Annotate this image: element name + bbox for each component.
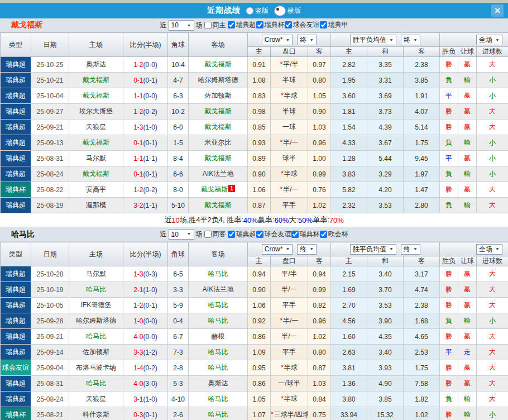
- page-title: 近期战绩: [207, 6, 241, 16]
- league-filter[interactable]: 瑞典杯: [291, 230, 320, 239]
- avg-home-cell: 1.95: [331, 73, 367, 88]
- layout-radio-vertical[interactable]: 竖版: [246, 6, 269, 16]
- goals-cell: 小: [477, 73, 508, 88]
- avg-draw-cell: 3.69: [367, 88, 404, 104]
- date-cell: 25-08-21: [31, 407, 69, 420]
- home-odds-cell: 1.06: [248, 298, 271, 313]
- avg-draw-cell: 3.40: [367, 266, 404, 282]
- corner-cell: 8-4: [168, 151, 189, 166]
- avg-odds-select[interactable]: 胜平负均值▼: [350, 35, 396, 45]
- col-avg-draw: 和: [367, 256, 404, 266]
- same-side-checkbox[interactable]: [204, 231, 212, 238]
- score-cell: 1-2(0-2): [123, 182, 168, 198]
- league-checkbox[interactable]: [285, 21, 292, 28]
- same-side-label: 同主: [213, 21, 226, 30]
- goals-cell: 小: [477, 313, 508, 329]
- handicap-result-cell: 赢: [458, 182, 477, 198]
- results-table: 类型 日期 主场 比分(半场) 角球 客场 Crow*▼ 终▼ 胜平负均值▼ 终…: [0, 32, 508, 213]
- radio-button-selected-icon[interactable]: [274, 6, 286, 16]
- date-cell: 25-08-24: [31, 392, 69, 407]
- star-mark: *: [281, 395, 284, 403]
- rounds-select[interactable]: 10 ▼: [169, 229, 194, 240]
- league-cell: 瑞典超: [1, 135, 31, 151]
- radio-button-icon[interactable]: [246, 7, 253, 15]
- league-checkbox[interactable]: [256, 231, 263, 238]
- league-label: 瑞典超: [236, 20, 256, 30]
- team-name: 戴戈福斯: [11, 20, 42, 30]
- bookmaker-select[interactable]: Crow*▼: [262, 244, 293, 255]
- home-team-cell: 戴戈福斯: [69, 135, 123, 151]
- league-filter[interactable]: 球会友谊: [285, 20, 320, 30]
- final-odds-select[interactable]: 终▼: [297, 244, 317, 255]
- handicap-text: 半/一: [283, 185, 298, 193]
- result-cell: 平: [440, 151, 458, 166]
- avg-away-cell: 2.80: [404, 198, 440, 213]
- date-cell: 25-10-28: [31, 266, 69, 282]
- league-cell: 瑞典杯: [1, 182, 31, 198]
- avg-value: 胜平负均值: [353, 35, 386, 45]
- league-checkbox[interactable]: [256, 21, 263, 28]
- radio-vertical-label: 竖版: [255, 6, 269, 16]
- league-checkbox[interactable]: [320, 231, 327, 238]
- chevron-down-icon: ▼: [413, 37, 418, 41]
- match-row: 瑞典杯25-08-21科什奈斯0-3(0-1)2-6哈马比1.07*三球半/四球…: [1, 407, 508, 420]
- chevron-down-icon: ▼: [495, 247, 500, 251]
- result-cell: 勝: [440, 57, 458, 73]
- home-team-cell: 马尔默: [69, 266, 123, 282]
- fulltime-score: 1-1: [133, 92, 143, 100]
- date-cell: 25-09-04: [31, 360, 69, 376]
- handicap-result-cell: 赢: [458, 266, 477, 282]
- corner-cell: 8-0: [168, 182, 189, 198]
- avg-draw-cell: 5.44: [367, 151, 404, 166]
- handicap-result-cell: 輸: [458, 166, 477, 182]
- league-filter[interactable]: 瑞典甲: [320, 20, 348, 30]
- final-odds-select[interactable]: 终▼: [297, 35, 317, 45]
- home-team-cell: 哈尔姆斯塔德: [69, 313, 123, 329]
- league-filter[interactable]: 瑞典超: [228, 20, 256, 30]
- league-cell: 瑞典超: [1, 345, 31, 360]
- avg-odds-select[interactable]: 胜平负均值▼: [350, 244, 396, 255]
- result-cell: 負: [440, 198, 458, 213]
- score-cell: 0-1(0-1): [123, 166, 168, 182]
- star-mark: *: [271, 411, 274, 418]
- corner-cell: 6-5: [168, 266, 189, 282]
- league-filter[interactable]: 瑞典杯: [256, 20, 285, 30]
- fulltime-score: 1-2: [133, 108, 143, 116]
- league-checkbox[interactable]: [228, 21, 235, 28]
- league-checkbox[interactable]: [291, 231, 299, 238]
- home-team-cell: 戴戈福斯: [69, 73, 123, 88]
- star-mark: *: [280, 139, 282, 146]
- chevron-down-icon: ▼: [285, 247, 290, 251]
- rounds-select[interactable]: 10 ▼: [169, 20, 194, 31]
- league-filter[interactable]: 欧会杯: [320, 230, 348, 239]
- same-side-filter[interactable]: 同客: [204, 230, 226, 239]
- col-type: 类型: [1, 33, 31, 57]
- halftime-score: (1-1): [143, 202, 157, 209]
- away-team-cell: 戴戈福斯: [189, 104, 248, 120]
- home-odds-cell: 0.94: [248, 266, 271, 282]
- league-checkbox[interactable]: [228, 231, 235, 238]
- layout-radio-horizontal[interactable]: 横版: [274, 6, 301, 16]
- avg-draw-cell: 3.40: [367, 345, 404, 360]
- bookmaker-select[interactable]: Crow*▼: [262, 35, 293, 45]
- handicap-text: 半球: [284, 170, 298, 178]
- avg-home-cell: 1.54: [331, 120, 367, 135]
- handicap-cell: 平手: [271, 345, 308, 360]
- home-team-cell: 科什奈斯: [69, 407, 123, 420]
- away-odds-cell: 1.03: [308, 376, 331, 392]
- league-filter[interactable]: 瑞典超: [228, 230, 256, 239]
- league-checkbox[interactable]: [320, 21, 327, 28]
- handicap-result-cell: 赢: [458, 282, 477, 298]
- scope-select[interactable]: 全场▼: [476, 244, 502, 255]
- handicap-cell: *半/一: [271, 135, 308, 151]
- same-side-checkbox[interactable]: [204, 22, 212, 29]
- final-odds-select-2[interactable]: 终▼: [401, 35, 420, 45]
- scope-select[interactable]: 全场▼: [476, 35, 502, 45]
- away-odds-cell: 0.97: [308, 57, 331, 73]
- star-mark: *: [281, 170, 284, 178]
- league-filter[interactable]: 球会友谊: [256, 230, 291, 239]
- final-odds-select-2[interactable]: 终▼: [401, 244, 420, 255]
- close-button[interactable]: ✕: [491, 4, 504, 17]
- same-side-filter[interactable]: 同主: [204, 21, 226, 30]
- away-odds-cell: 0.80: [308, 345, 331, 360]
